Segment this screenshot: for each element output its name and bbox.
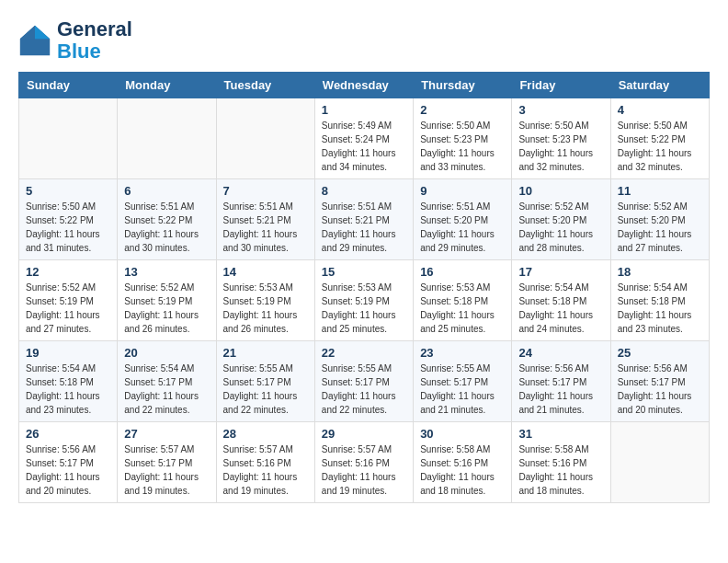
day-info: Sunrise: 5:58 AMSunset: 5:16 PMDaylight:… xyxy=(420,442,505,498)
day-number: 19 xyxy=(26,346,110,360)
day-number: 11 xyxy=(618,184,702,198)
day-info: Sunrise: 5:50 AMSunset: 5:23 PMDaylight:… xyxy=(518,119,603,174)
day-number: 31 xyxy=(518,427,603,441)
calendar-cell: 8Sunrise: 5:51 AMSunset: 5:21 PMDaylight… xyxy=(314,179,413,260)
day-info: Sunrise: 5:50 AMSunset: 5:23 PMDaylight:… xyxy=(420,119,505,174)
day-number: 10 xyxy=(518,184,603,198)
calendar-cell: 16Sunrise: 5:53 AMSunset: 5:18 PMDayligh… xyxy=(414,260,512,341)
calendar-cell: 25Sunrise: 5:56 AMSunset: 5:17 PMDayligh… xyxy=(610,341,709,422)
day-info: Sunrise: 5:51 AMSunset: 5:21 PMDaylight:… xyxy=(322,200,406,255)
weekday-header: Tuesday xyxy=(216,73,314,98)
calendar-cell xyxy=(610,422,709,503)
day-info: Sunrise: 5:52 AMSunset: 5:20 PMDaylight:… xyxy=(518,200,603,255)
calendar-week-row: 12Sunrise: 5:52 AMSunset: 5:19 PMDayligh… xyxy=(19,260,710,341)
calendar-cell: 6Sunrise: 5:51 AMSunset: 5:22 PMDaylight… xyxy=(118,179,216,260)
svg-marker-2 xyxy=(20,26,35,39)
day-info: Sunrise: 5:54 AMSunset: 5:17 PMDaylight:… xyxy=(124,362,209,417)
calendar-header-row: SundayMondayTuesdayWednesdayThursdayFrid… xyxy=(19,73,710,98)
calendar-cell: 1Sunrise: 5:49 AMSunset: 5:24 PMDaylight… xyxy=(314,98,413,179)
calendar-cell: 2Sunrise: 5:50 AMSunset: 5:23 PMDaylight… xyxy=(414,98,512,179)
calendar-cell: 4Sunrise: 5:50 AMSunset: 5:22 PMDaylight… xyxy=(610,98,709,179)
calendar-cell: 15Sunrise: 5:53 AMSunset: 5:19 PMDayligh… xyxy=(314,260,413,341)
calendar-week-row: 5Sunrise: 5:50 AMSunset: 5:22 PMDaylight… xyxy=(19,179,710,260)
calendar-cell: 27Sunrise: 5:57 AMSunset: 5:17 PMDayligh… xyxy=(118,422,216,503)
day-number: 25 xyxy=(618,346,702,360)
day-info: Sunrise: 5:52 AMSunset: 5:19 PMDaylight:… xyxy=(26,281,110,336)
day-info: Sunrise: 5:53 AMSunset: 5:19 PMDaylight:… xyxy=(223,281,308,336)
calendar-cell: 24Sunrise: 5:56 AMSunset: 5:17 PMDayligh… xyxy=(512,341,610,422)
day-info: Sunrise: 5:51 AMSunset: 5:21 PMDaylight:… xyxy=(223,200,308,255)
day-info: Sunrise: 5:49 AMSunset: 5:24 PMDaylight:… xyxy=(322,119,406,174)
calendar-cell: 29Sunrise: 5:57 AMSunset: 5:16 PMDayligh… xyxy=(314,422,413,503)
day-info: Sunrise: 5:56 AMSunset: 5:17 PMDaylight:… xyxy=(518,362,603,417)
day-info: Sunrise: 5:58 AMSunset: 5:16 PMDaylight:… xyxy=(518,442,603,498)
calendar-week-row: 26Sunrise: 5:56 AMSunset: 5:17 PMDayligh… xyxy=(19,422,710,503)
day-number: 2 xyxy=(420,103,505,117)
day-info: Sunrise: 5:51 AMSunset: 5:20 PMDaylight:… xyxy=(420,200,505,255)
calendar-cell xyxy=(118,98,216,179)
day-info: Sunrise: 5:54 AMSunset: 5:18 PMDaylight:… xyxy=(518,281,603,336)
weekday-header: Sunday xyxy=(19,73,118,98)
calendar-cell: 22Sunrise: 5:55 AMSunset: 5:17 PMDayligh… xyxy=(314,341,413,422)
logo-text: General Blue xyxy=(57,18,132,63)
calendar-cell: 5Sunrise: 5:50 AMSunset: 5:22 PMDaylight… xyxy=(19,179,118,260)
calendar-cell: 20Sunrise: 5:54 AMSunset: 5:17 PMDayligh… xyxy=(118,341,216,422)
day-number: 20 xyxy=(124,346,209,360)
day-info: Sunrise: 5:52 AMSunset: 5:19 PMDaylight:… xyxy=(124,281,209,336)
calendar-cell: 19Sunrise: 5:54 AMSunset: 5:18 PMDayligh… xyxy=(19,341,118,422)
weekday-header: Wednesday xyxy=(314,73,413,98)
day-info: Sunrise: 5:55 AMSunset: 5:17 PMDaylight:… xyxy=(420,362,505,417)
day-number: 1 xyxy=(322,103,406,117)
calendar-week-row: 19Sunrise: 5:54 AMSunset: 5:18 PMDayligh… xyxy=(19,341,710,422)
logo-icon xyxy=(18,24,51,57)
calendar-cell: 18Sunrise: 5:54 AMSunset: 5:18 PMDayligh… xyxy=(610,260,709,341)
day-number: 18 xyxy=(618,265,702,279)
day-info: Sunrise: 5:50 AMSunset: 5:22 PMDaylight:… xyxy=(26,200,110,255)
day-number: 26 xyxy=(26,427,110,441)
calendar-table: SundayMondayTuesdayWednesdayThursdayFrid… xyxy=(18,72,710,503)
day-number: 3 xyxy=(518,103,603,117)
calendar-cell xyxy=(216,98,314,179)
day-number: 29 xyxy=(322,427,406,441)
calendar-cell: 9Sunrise: 5:51 AMSunset: 5:20 PMDaylight… xyxy=(414,179,512,260)
day-info: Sunrise: 5:56 AMSunset: 5:17 PMDaylight:… xyxy=(26,442,110,498)
calendar-cell: 14Sunrise: 5:53 AMSunset: 5:19 PMDayligh… xyxy=(216,260,314,341)
calendar-cell: 21Sunrise: 5:55 AMSunset: 5:17 PMDayligh… xyxy=(216,341,314,422)
day-number: 24 xyxy=(518,346,603,360)
day-number: 15 xyxy=(322,265,406,279)
day-number: 14 xyxy=(223,265,308,279)
day-info: Sunrise: 5:53 AMSunset: 5:19 PMDaylight:… xyxy=(322,281,406,336)
day-number: 16 xyxy=(420,265,505,279)
day-number: 12 xyxy=(26,265,110,279)
day-info: Sunrise: 5:51 AMSunset: 5:22 PMDaylight:… xyxy=(124,200,209,255)
day-number: 13 xyxy=(124,265,209,279)
day-number: 7 xyxy=(223,184,308,198)
day-number: 21 xyxy=(223,346,308,360)
day-info: Sunrise: 5:54 AMSunset: 5:18 PMDaylight:… xyxy=(618,281,702,336)
day-number: 9 xyxy=(420,184,505,198)
calendar-cell: 28Sunrise: 5:57 AMSunset: 5:16 PMDayligh… xyxy=(216,422,314,503)
day-info: Sunrise: 5:56 AMSunset: 5:17 PMDaylight:… xyxy=(618,362,702,417)
svg-marker-1 xyxy=(35,26,50,39)
day-info: Sunrise: 5:53 AMSunset: 5:18 PMDaylight:… xyxy=(420,281,505,336)
day-number: 30 xyxy=(420,427,505,441)
page-header: General Blue xyxy=(18,18,710,63)
calendar-cell: 7Sunrise: 5:51 AMSunset: 5:21 PMDaylight… xyxy=(216,179,314,260)
calendar-cell: 10Sunrise: 5:52 AMSunset: 5:20 PMDayligh… xyxy=(512,179,610,260)
weekday-header: Thursday xyxy=(414,73,512,98)
day-info: Sunrise: 5:57 AMSunset: 5:16 PMDaylight:… xyxy=(322,442,406,498)
day-number: 27 xyxy=(124,427,209,441)
calendar-cell: 26Sunrise: 5:56 AMSunset: 5:17 PMDayligh… xyxy=(19,422,118,503)
day-number: 8 xyxy=(322,184,406,198)
day-number: 28 xyxy=(223,427,308,441)
day-info: Sunrise: 5:50 AMSunset: 5:22 PMDaylight:… xyxy=(618,119,702,174)
day-info: Sunrise: 5:57 AMSunset: 5:16 PMDaylight:… xyxy=(223,442,308,498)
weekday-header: Friday xyxy=(512,73,610,98)
calendar-cell: 23Sunrise: 5:55 AMSunset: 5:17 PMDayligh… xyxy=(414,341,512,422)
calendar-week-row: 1Sunrise: 5:49 AMSunset: 5:24 PMDaylight… xyxy=(19,98,710,179)
day-number: 17 xyxy=(518,265,603,279)
calendar-cell: 31Sunrise: 5:58 AMSunset: 5:16 PMDayligh… xyxy=(512,422,610,503)
calendar-cell: 30Sunrise: 5:58 AMSunset: 5:16 PMDayligh… xyxy=(414,422,512,503)
calendar-cell: 3Sunrise: 5:50 AMSunset: 5:23 PMDaylight… xyxy=(512,98,610,179)
calendar-cell: 17Sunrise: 5:54 AMSunset: 5:18 PMDayligh… xyxy=(512,260,610,341)
